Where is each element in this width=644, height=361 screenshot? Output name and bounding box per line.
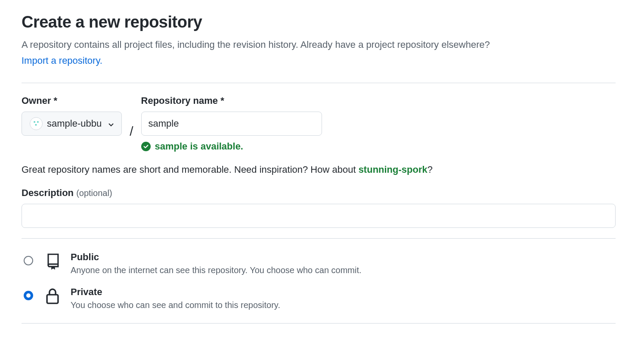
visibility-public-text: Public Anyone on the internet can see th… <box>71 252 362 275</box>
repository-name-label: Repository name * <box>141 95 322 106</box>
availability-message: sample is available. <box>141 141 322 152</box>
visibility-private-radio[interactable] <box>24 291 33 300</box>
repo-public-icon <box>44 252 61 270</box>
owner-label: Owner * <box>22 95 122 106</box>
owner-name-row: Owner * sample-ubbu / Repository name * … <box>22 95 616 152</box>
create-repository-form: Create a new repository A repository con… <box>22 13 616 324</box>
repository-name-field: Repository name * sample is available. <box>141 95 322 152</box>
visibility-public-title: Public <box>71 252 362 263</box>
divider <box>22 323 616 324</box>
svg-rect-0 <box>34 121 35 122</box>
name-hint: Great repository names are short and mem… <box>22 164 616 175</box>
visibility-public-sub: Anyone on the internet can see this repo… <box>71 265 362 275</box>
description-input[interactable] <box>22 204 616 228</box>
owner-selected-value: sample-ubbu <box>47 118 102 129</box>
visibility-private-option[interactable]: Private You choose who can see and commi… <box>22 286 616 310</box>
availability-text: sample is available. <box>155 141 243 152</box>
lock-icon <box>44 287 61 305</box>
owner-avatar-icon <box>30 117 43 130</box>
description-optional-text: (optional) <box>76 188 112 198</box>
visibility-private-text: Private You choose who can see and commi… <box>71 286 280 310</box>
check-circle-icon <box>141 142 151 151</box>
hint-suffix: ? <box>427 164 433 175</box>
description-label-text: Description <box>22 187 74 198</box>
name-suggestion-link[interactable]: stunning-spork <box>359 164 427 175</box>
visibility-public-option[interactable]: Public Anyone on the internet can see th… <box>22 252 616 275</box>
page-title: Create a new repository <box>22 13 616 31</box>
svg-rect-1 <box>37 121 38 122</box>
visibility-group: Public Anyone on the internet can see th… <box>22 249 616 313</box>
description-label: Description (optional) <box>22 187 616 199</box>
divider <box>22 83 616 83</box>
import-repository-link[interactable]: Import a repository. <box>22 55 102 66</box>
visibility-private-title: Private <box>71 286 280 298</box>
visibility-private-sub: You choose who can see and commit to thi… <box>71 300 280 310</box>
divider <box>22 238 616 239</box>
repository-name-input[interactable] <box>141 112 322 136</box>
hint-prefix: Great repository names are short and mem… <box>22 164 359 175</box>
owner-field: Owner * sample-ubbu <box>22 95 122 136</box>
svg-rect-3 <box>47 295 58 303</box>
page-subheading: A repository contains all project files,… <box>22 37 616 52</box>
owner-select-button[interactable]: sample-ubbu <box>22 112 122 136</box>
slash-separator: / <box>130 124 133 139</box>
caret-down-icon <box>108 118 114 129</box>
svg-rect-2 <box>35 124 37 125</box>
visibility-public-radio[interactable] <box>24 256 33 265</box>
